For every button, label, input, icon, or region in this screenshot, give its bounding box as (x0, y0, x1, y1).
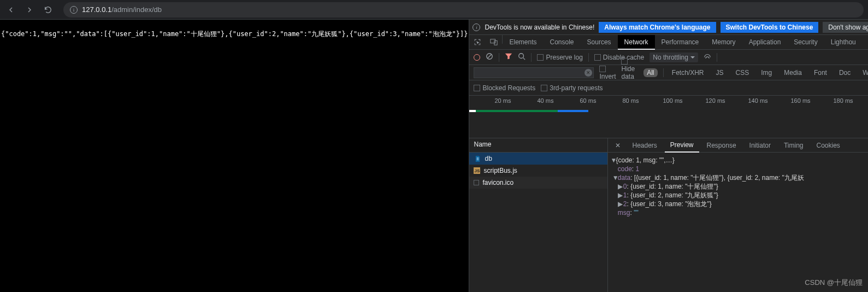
device-toolbar-icon[interactable] (486, 35, 502, 49)
request-name: scriptBus.js (483, 167, 517, 174)
network-timeline[interactable]: 20 ms 40 ms 60 ms 80 ms 100 ms 120 ms 14… (469, 96, 868, 138)
tick-60ms: 60 ms (580, 97, 596, 104)
tick-100ms: 100 ms (663, 97, 682, 104)
filter-font[interactable]: Font (811, 68, 830, 77)
network-conditions-icon[interactable] (704, 52, 711, 62)
tick-160ms: 160 ms (790, 97, 810, 104)
tab-sources[interactable]: Sources (581, 35, 618, 49)
match-language-button[interactable]: Always match Chrome's language (599, 22, 716, 33)
info-icon: i (70, 6, 78, 14)
info-icon: i (473, 24, 480, 31)
document-icon (474, 155, 481, 162)
dtab-timing[interactable]: Timing (778, 138, 809, 152)
tab-application[interactable]: Application (742, 35, 788, 49)
tab-security[interactable]: Security (787, 35, 824, 49)
banner-text: DevTools is now available in Chinese! (485, 24, 594, 31)
preserve-log-checkbox[interactable]: Preserve log (537, 54, 582, 61)
network-toolbar-3: Blocked Requests 3rd-party requests (469, 80, 868, 96)
request-name: db (485, 155, 492, 162)
request-row-favicon[interactable]: favicon.ico (469, 177, 607, 189)
clear-button[interactable] (486, 52, 493, 62)
record-button[interactable] (474, 54, 480, 61)
tab-network[interactable]: Network (618, 35, 655, 50)
tick-80ms: 80 ms (622, 97, 639, 104)
dtab-initiator[interactable]: Initiator (744, 138, 776, 152)
filter-media[interactable]: Media (781, 68, 805, 77)
tab-lighthouse[interactable]: Lighthou (824, 35, 863, 49)
devtools-tabs: Elements Console Sources Network Perform… (469, 35, 868, 50)
throttling-select[interactable]: No throttling (649, 52, 698, 62)
nav-back-button[interactable] (4, 3, 17, 16)
search-icon[interactable] (518, 52, 525, 62)
filter-fetchxhr[interactable]: Fetch/XHR (669, 68, 707, 77)
preview-tree[interactable]: ▼ {code: 1, msg: "",…} code: 1 ▼ data: [… (608, 153, 868, 292)
request-row-scriptbus[interactable]: JS scriptBus.js (469, 165, 607, 177)
filter-icon[interactable] (505, 52, 512, 62)
tick-140ms: 140 ms (748, 97, 767, 104)
blocked-requests-checkbox[interactable]: Blocked Requests (474, 84, 535, 92)
clear-filter-icon[interactable]: ✕ (584, 69, 592, 77)
filter-js[interactable]: JS (713, 68, 727, 77)
filter-ws[interactable]: WS (859, 68, 868, 77)
dtab-preview[interactable]: Preview (665, 138, 699, 153)
nav-forward-button[interactable] (23, 3, 36, 16)
request-row-db[interactable]: db (469, 153, 607, 165)
dont-show-button[interactable]: Don't show again (823, 22, 868, 33)
network-toolbar-1: Preserve log Disable cache No throttling (469, 50, 868, 65)
third-party-checkbox[interactable]: 3rd-party requests (541, 84, 603, 92)
switch-chinese-button[interactable]: Switch DevTools to Chinese (721, 22, 819, 33)
url-text: 127.0.0.1/admin/index/db (82, 5, 162, 14)
browser-toolbar: i 127.0.0.1/admin/index/db (0, 0, 868, 20)
detail-tabs: ✕ Headers Preview Response Initiator Tim… (608, 138, 868, 153)
favicon-icon (474, 180, 479, 185)
svg-point-3 (519, 54, 524, 59)
dtab-response[interactable]: Response (701, 138, 742, 152)
network-toolbar-2: ✕ Invert Hide data URLs All Fetch/XHR JS… (469, 65, 868, 80)
page-content: {"code":1,"msg":"","data":[{"user_id":1,… (0, 20, 469, 292)
dtab-cookies[interactable]: Cookies (811, 138, 845, 152)
request-list-panel: Name db JS scriptBus.js favicon.ico (469, 138, 608, 292)
close-detail-icon[interactable]: ✕ (611, 138, 624, 152)
address-bar[interactable]: i 127.0.0.1/admin/index/db (63, 2, 864, 17)
watermark: CSDN @十尾仙狸 (805, 278, 863, 288)
tick-40ms: 40 ms (537, 97, 553, 104)
dtab-headers[interactable]: Headers (627, 138, 662, 152)
nav-reload-button[interactable] (42, 3, 55, 16)
filter-doc[interactable]: Doc (836, 68, 854, 77)
tab-console[interactable]: Console (544, 35, 581, 49)
tab-elements[interactable]: Elements (503, 35, 543, 49)
tick-20ms: 20 ms (494, 97, 511, 104)
tick-120ms: 120 ms (705, 97, 725, 104)
inspect-icon[interactable] (469, 35, 486, 49)
request-list-header[interactable]: Name (469, 138, 607, 153)
js-icon: JS (474, 167, 480, 174)
filter-img[interactable]: Img (758, 68, 775, 77)
devtools-panel: i DevTools is now available in Chinese! … (469, 20, 868, 292)
tab-memory[interactable]: Memory (705, 35, 742, 49)
tab-performance[interactable]: Performance (655, 35, 706, 49)
filter-input[interactable]: ✕ (474, 67, 594, 78)
request-name: favicon.ico (482, 179, 513, 186)
request-detail-panel: ✕ Headers Preview Response Initiator Tim… (608, 138, 868, 292)
invert-checkbox[interactable]: Invert (599, 65, 616, 80)
tick-180ms: 180 ms (833, 97, 853, 104)
filter-all[interactable]: All (643, 68, 657, 77)
filter-css[interactable]: CSS (733, 68, 753, 77)
devtools-banner: i DevTools is now available in Chinese! … (469, 20, 868, 35)
